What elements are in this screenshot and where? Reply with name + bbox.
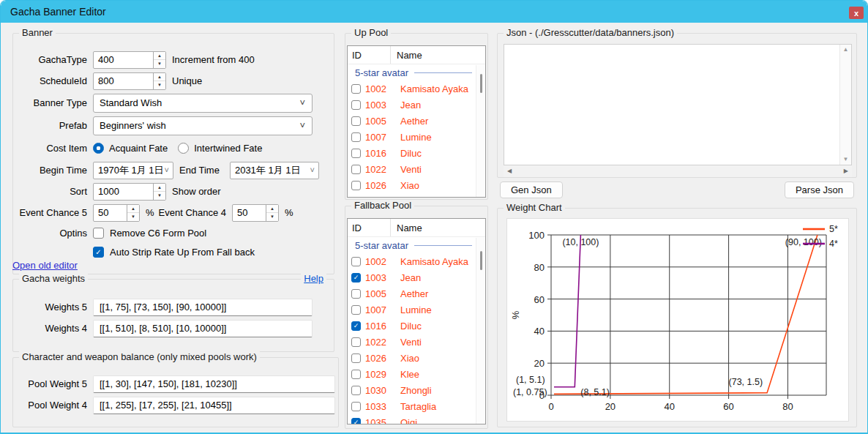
json-group: Json - (./Gresscutter/data/banners.json)… bbox=[497, 33, 857, 178]
list-item[interactable]: ✓1035Qiqi bbox=[348, 414, 485, 424]
list-item[interactable]: 1026Xiao bbox=[348, 177, 485, 193]
schedule-id-value[interactable]: 800 bbox=[94, 73, 153, 89]
row-checkbox[interactable] bbox=[351, 100, 361, 110]
prefab-select[interactable]: Beginners' wish ˅ bbox=[93, 116, 313, 135]
scroll-down-icon[interactable]: ▼ bbox=[843, 157, 849, 162]
row-checkbox[interactable]: ✓ bbox=[351, 273, 361, 283]
fallback-pool-list[interactable]: ID Name 5-star avatar 1002Kamisato Ayaka… bbox=[347, 218, 486, 424]
spin-up-icon[interactable]: ▲ bbox=[154, 73, 165, 81]
weights-5-input[interactable] bbox=[93, 299, 313, 316]
scroll-right-icon[interactable]: ▶ bbox=[844, 168, 848, 174]
svg-text:(1, 5.1): (1, 5.1) bbox=[516, 375, 545, 385]
sort-value[interactable]: 1000 bbox=[94, 184, 153, 200]
row-checkbox[interactable] bbox=[351, 337, 361, 347]
up-pool-list[interactable]: ID Name 5-star avatar 1002Kamisato Ayaka… bbox=[347, 45, 486, 198]
row-checkbox[interactable] bbox=[351, 257, 361, 266]
percent-sign: % bbox=[285, 207, 293, 218]
gacha-type-input[interactable]: 400 ▲ ▼ bbox=[93, 51, 166, 69]
spin-down-icon[interactable]: ▼ bbox=[127, 212, 139, 221]
row-checkbox[interactable] bbox=[351, 289, 361, 299]
close-button[interactable]: x bbox=[849, 7, 864, 19]
spin-up-icon[interactable]: ▲ bbox=[154, 184, 165, 192]
event-chance-5-input[interactable]: 50 ▲ ▼ bbox=[93, 204, 140, 222]
remove-c6-checkbox[interactable] bbox=[93, 228, 104, 239]
scroll-left-icon[interactable]: ◀ bbox=[507, 168, 512, 174]
row-checkbox[interactable] bbox=[351, 353, 361, 363]
vertical-scrollbar[interactable]: ▲ ▼ bbox=[839, 45, 851, 165]
auto-strip-checkbox[interactable]: ✓ bbox=[93, 247, 104, 258]
spin-up-icon[interactable]: ▲ bbox=[154, 52, 165, 60]
row-checkbox[interactable] bbox=[351, 181, 361, 190]
pool-weight-5-input[interactable] bbox=[93, 375, 335, 393]
row-checkbox[interactable] bbox=[351, 165, 361, 174]
scrollbar-thumb[interactable] bbox=[480, 251, 482, 270]
horizontal-scrollbar[interactable]: ◀ ▶ bbox=[504, 165, 852, 177]
row-checkbox[interactable] bbox=[351, 84, 361, 94]
spin-up-icon[interactable]: ▲ bbox=[266, 205, 278, 213]
spin-down-icon[interactable]: ▼ bbox=[154, 191, 165, 200]
spin-down-icon[interactable]: ▼ bbox=[266, 212, 278, 221]
list-item[interactable]: 1033Tartaglia bbox=[348, 398, 485, 414]
json-textarea[interactable]: ▲ ▼ bbox=[504, 44, 852, 165]
gen-json-button[interactable]: Gen Json bbox=[500, 182, 563, 198]
prefab-label: Prefab bbox=[16, 120, 87, 131]
row-name: Lumine bbox=[400, 132, 432, 143]
time-row: Begin Time 1970年 1月 1日 ˅ End Time 2031年 … bbox=[16, 160, 334, 181]
row-checkbox[interactable] bbox=[351, 305, 361, 315]
list-item[interactable]: 1005Aether bbox=[348, 285, 485, 302]
pool-weight-4-input[interactable] bbox=[93, 397, 335, 414]
event-chance-4-input[interactable]: 50 ▲ ▼ bbox=[232, 204, 279, 222]
begin-time-picker[interactable]: 1970年 1月 1日 ˅ bbox=[93, 162, 173, 179]
spin-down-icon[interactable]: ▼ bbox=[154, 59, 165, 68]
help-link[interactable]: Help bbox=[301, 273, 326, 284]
list-item[interactable]: 1026Xiao bbox=[348, 350, 485, 366]
list-item[interactable]: 1007Lumine bbox=[348, 302, 485, 318]
list-item[interactable]: ✓1016Diluc bbox=[348, 318, 485, 334]
acquaint-fate-radio[interactable] bbox=[93, 143, 104, 154]
event-chance-5-value[interactable]: 50 bbox=[94, 205, 127, 221]
weights-4-input[interactable] bbox=[93, 320, 313, 337]
list-item[interactable]: 1030Zhongli bbox=[348, 382, 485, 398]
row-checkbox[interactable]: ✓ bbox=[351, 321, 361, 331]
list-item[interactable]: 1029Klee bbox=[348, 366, 485, 382]
row-checkbox[interactable] bbox=[351, 386, 361, 395]
row-name: Lumine bbox=[400, 304, 432, 315]
list-item[interactable]: 1007Lumine bbox=[348, 129, 485, 145]
gacha-type-value[interactable]: 400 bbox=[94, 52, 153, 68]
list-item[interactable]: 1022Venti bbox=[348, 161, 485, 177]
schedule-id-input[interactable]: 800 ▲ ▼ bbox=[93, 72, 166, 90]
open-old-editor-link[interactable]: Open old editor bbox=[12, 260, 78, 271]
sort-input[interactable]: 1000 ▲ ▼ bbox=[93, 183, 166, 201]
banner-type-row: Banner Type Standard Wish ˅ bbox=[16, 91, 334, 114]
row-checkbox[interactable] bbox=[351, 402, 361, 411]
banner-type-select[interactable]: Standard Wish ˅ bbox=[93, 94, 313, 113]
intertwined-fate-radio[interactable] bbox=[178, 143, 189, 154]
list-item[interactable]: ✓1003Jean bbox=[348, 269, 485, 285]
group-title: Gacha weights bbox=[19, 273, 88, 284]
spin-up-icon[interactable]: ▲ bbox=[127, 205, 139, 213]
end-time-picker[interactable]: 2031年 1月 1日 ˅ bbox=[230, 162, 319, 179]
row-checkbox[interactable] bbox=[351, 149, 361, 158]
list-item[interactable]: 1005Aether bbox=[348, 113, 485, 129]
row-name: Diluc bbox=[400, 321, 422, 332]
row-id: 1016 bbox=[365, 321, 393, 332]
row-checkbox[interactable] bbox=[351, 132, 361, 142]
parse-json-button[interactable]: Parse Json bbox=[785, 182, 854, 198]
scrollbar[interactable] bbox=[476, 65, 485, 197]
list-item[interactable]: 1022Venti bbox=[348, 334, 485, 350]
row-id: 1003 bbox=[365, 100, 393, 111]
row-checkbox[interactable] bbox=[351, 116, 361, 126]
row-checkbox[interactable]: ✓ bbox=[351, 418, 361, 425]
row-checkbox[interactable] bbox=[351, 370, 361, 379]
list-item[interactable]: 1002Kamisato Ayaka bbox=[348, 253, 485, 269]
scrollbar[interactable] bbox=[476, 238, 485, 424]
event-chance-4-value[interactable]: 50 bbox=[233, 205, 266, 221]
list-item[interactable]: 1016Diluc bbox=[348, 145, 485, 161]
spin-down-icon[interactable]: ▼ bbox=[154, 81, 165, 89]
title-bar[interactable]: Gacha Banner Editor x bbox=[1, 1, 867, 23]
auto-strip-label: Auto Strip Rate Up From Fall back bbox=[110, 247, 255, 258]
list-item[interactable]: 1003Jean bbox=[348, 97, 485, 113]
scroll-up-icon[interactable]: ▲ bbox=[843, 47, 849, 53]
list-item[interactable]: 1002Kamisato Ayaka bbox=[348, 81, 485, 97]
scrollbar-thumb[interactable] bbox=[480, 74, 482, 93]
